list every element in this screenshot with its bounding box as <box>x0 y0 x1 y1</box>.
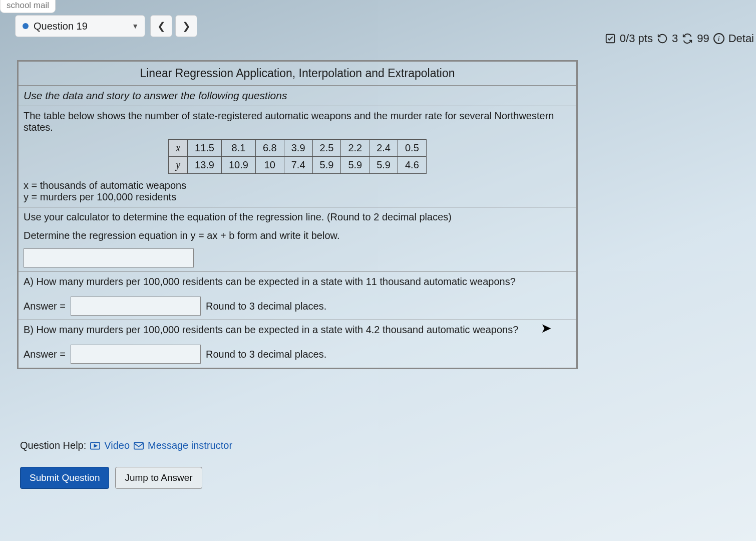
cell: 5.9 <box>312 157 341 174</box>
caret-down-icon: ▼ <box>132 22 139 30</box>
prev-question-button[interactable]: ❮ <box>150 15 172 37</box>
cell: 0.5 <box>398 140 427 157</box>
svg-rect-2 <box>134 442 143 449</box>
retry-arrow-icon <box>657 33 668 44</box>
checkbox-icon <box>605 33 616 44</box>
regression-instruction-1: Use your calculator to determine the equ… <box>24 211 571 223</box>
round-note: Round to 3 decimal places. <box>206 349 326 360</box>
question-instruction: Use the data and story to answer the fol… <box>19 86 576 106</box>
x-definition: x = thousands of automatic weapons <box>24 180 571 191</box>
cell: 4.6 <box>398 157 427 174</box>
chevron-right-icon: ❯ <box>182 20 191 32</box>
cell: 6.8 <box>255 140 284 157</box>
help-label: Question Help: <box>20 440 86 451</box>
question-help-row: Question Help: Video Message instructor <box>20 440 232 451</box>
table-row: y 13.9 10.9 10 7.4 5.9 5.9 5.9 4.6 <box>169 157 427 174</box>
cell: 8.1 <box>222 140 256 157</box>
details-link[interactable]: Detai <box>728 32 754 45</box>
part-b-section: B) How many murders per 100,000 resident… <box>19 320 576 368</box>
regression-section: Use your calculator to determine the equ… <box>19 207 576 272</box>
tab-label: school mail <box>7 1 49 10</box>
variable-definitions: x = thousands of automatic weapons y = m… <box>24 180 571 203</box>
cell: 13.9 <box>188 157 222 174</box>
round-note: Round to 3 decimal places. <box>206 301 326 312</box>
cursor-icon: ➤ <box>541 321 552 336</box>
part-a-answer-input[interactable] <box>71 297 201 316</box>
chevron-left-icon: ❮ <box>157 20 166 32</box>
submit-question-button[interactable]: Submit Question <box>20 467 109 489</box>
data-section: The table below shows the number of stat… <box>19 106 576 207</box>
cycle-icon <box>682 33 693 44</box>
question-selector-label: Question 19 <box>34 21 88 32</box>
y-definition: y = murders per 100,000 residents <box>24 191 571 203</box>
video-icon <box>90 442 100 450</box>
row-label-y: y <box>169 157 188 174</box>
part-b-question: B) How many murders per 100,000 resident… <box>24 324 571 336</box>
score-bar: 0/3 pts 3 99 i Detai <box>605 32 756 45</box>
cell: 5.9 <box>341 157 369 174</box>
data-table: x 11.5 8.1 6.8 3.9 2.5 2.2 2.4 0.5 y 13.… <box>168 139 427 174</box>
browser-tab-strip: school mail <box>0 0 56 13</box>
cell: 11.5 <box>188 140 222 157</box>
answer-label: Answer = <box>24 301 66 312</box>
question-title: Linear Regression Application, Interpola… <box>19 62 576 86</box>
cell: 10.9 <box>222 157 256 174</box>
score-text: 0/3 pts <box>620 32 653 45</box>
part-a-section: A) How many murders per 100,000 resident… <box>19 272 576 320</box>
info-icon[interactable]: i <box>713 33 724 44</box>
cell: 5.9 <box>369 157 398 174</box>
message-instructor-link[interactable]: Message instructor <box>148 440 232 451</box>
video-link[interactable]: Video <box>104 440 130 451</box>
attempts-value: 3 <box>672 32 678 45</box>
cell: 7.4 <box>284 157 312 174</box>
part-b-answer-input[interactable] <box>71 345 201 364</box>
button-row: Submit Question Jump to Answer <box>20 467 202 489</box>
browser-tab[interactable]: school mail <box>0 0 56 13</box>
cell: 10 <box>255 157 284 174</box>
intro-text: The table below shows the number of stat… <box>24 110 571 133</box>
table-row: x 11.5 8.1 6.8 3.9 2.5 2.2 2.4 0.5 <box>169 140 427 157</box>
regression-equation-input[interactable] <box>24 248 194 267</box>
jump-to-answer-button[interactable]: Jump to Answer <box>115 467 202 489</box>
next-question-button[interactable]: ❯ <box>175 15 197 37</box>
question-selector[interactable]: Question 19 ▼ <box>15 15 145 37</box>
retry-value: 99 <box>697 32 709 45</box>
cell: 3.9 <box>284 140 312 157</box>
question-nav-bar: Question 19 ▼ ❮ ❯ <box>15 15 197 37</box>
cell: 2.2 <box>341 140 369 157</box>
cell: 2.4 <box>369 140 398 157</box>
answer-label: Answer = <box>24 349 66 360</box>
mail-icon <box>134 442 144 450</box>
cell: 2.5 <box>312 140 341 157</box>
regression-instruction-2: Determine the regression equation in y =… <box>24 230 571 241</box>
status-dot-icon <box>23 23 29 29</box>
row-label-x: x <box>169 140 188 157</box>
part-a-question: A) How many murders per 100,000 resident… <box>24 276 571 288</box>
question-card: Linear Regression Application, Interpola… <box>17 60 578 369</box>
